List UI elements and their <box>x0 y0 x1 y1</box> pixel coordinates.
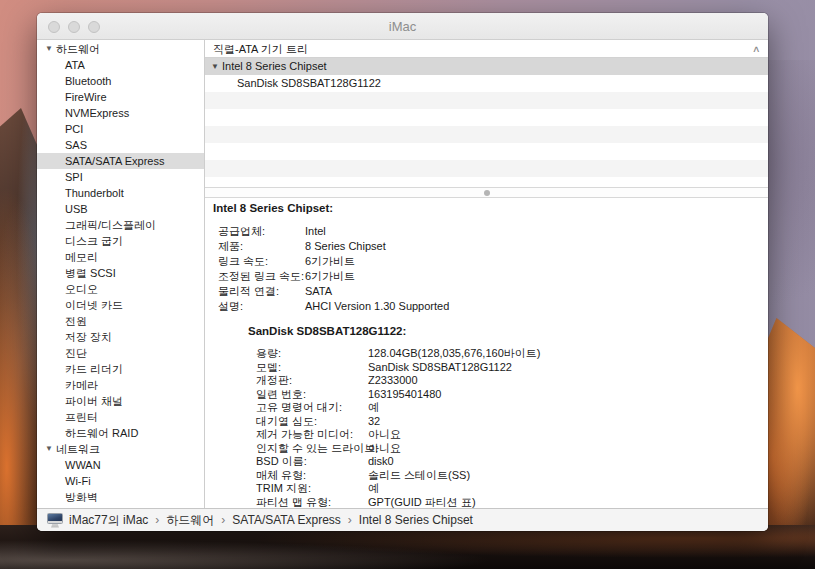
sidebar-item[interactable]: 프린터 <box>37 409 204 425</box>
sidebar-item[interactable]: 하드웨어 RAID <box>37 425 204 441</box>
sidebar-item-label: Thunderbolt <box>65 187 124 199</box>
sidebar-item[interactable]: NVMExpress <box>37 105 204 121</box>
sidebar-item[interactable]: PCI <box>37 121 204 137</box>
detail-value: 163195401480 <box>368 388 441 402</box>
detail-row: 인지할 수 있는 드라이브:아니요 <box>256 442 768 456</box>
sidebar-item-label: PCI <box>65 123 83 135</box>
sidebar-item[interactable]: FireWire <box>37 89 204 105</box>
tree-row-label: SanDisk SD8SBAT128G1122 <box>237 77 381 89</box>
window-title: iMac <box>37 13 768 40</box>
detail-section: Intel 8 Series Chipset:공급업체:Intel제품:8 Se… <box>205 202 768 314</box>
detail-value: 솔리드 스테이트(SS) <box>368 469 470 483</box>
detail-value: 128.04GB(128,035,676,160바이트) <box>368 347 540 361</box>
detail-value: Z2333000 <box>368 374 418 388</box>
sidebar-item-label: 카드 리더기 <box>65 363 123 375</box>
sidebar-item[interactable]: SPI <box>37 169 204 185</box>
sidebar-item-label: Bluetooth <box>65 75 111 87</box>
detail-section: SanDisk SD8SBAT128G1122:용량:128.04GB(128,… <box>205 325 768 508</box>
sidebar-item-label: 방화벽 <box>65 491 98 503</box>
disclosure-triangle-icon: ▼ <box>45 41 56 57</box>
sidebar-item[interactable]: SATA/SATA Express <box>37 153 204 169</box>
detail-row: 일련 번호:163195401480 <box>256 388 768 402</box>
sidebar-item[interactable]: 오디오 <box>37 281 204 297</box>
sidebar-item[interactable]: USB <box>37 201 204 217</box>
detail-row: TRIM 지원:예 <box>256 482 768 496</box>
sidebar-item-label: SPI <box>65 171 83 183</box>
sidebar-item[interactable]: 그래픽/디스플레이 <box>37 217 204 233</box>
sidebar-item-label: 하드웨어 RAID <box>65 427 138 439</box>
detail-key: 용량: <box>256 347 368 361</box>
sidebar-section-label: 하드웨어 <box>56 43 100 55</box>
sidebar-item-label: WWAN <box>65 459 101 471</box>
detail-row: 설명:AHCI Version 1.30 Supported <box>218 299 768 314</box>
detail-key: 물리적 연결: <box>218 284 305 299</box>
detail-value: 6기가비트 <box>305 269 355 284</box>
sidebar-item[interactable]: Thunderbolt <box>37 185 204 201</box>
detail-key: 개정판: <box>256 374 368 388</box>
sidebar-section[interactable]: ▼네트워크 <box>37 441 204 457</box>
sidebar-item[interactable]: 카드 리더기 <box>37 361 204 377</box>
sidebar-item-label: 진단 <box>65 347 87 359</box>
disclosure-triangle-icon: ▼ <box>45 441 56 457</box>
tree-row[interactable]: SanDisk SD8SBAT128G1122 <box>205 75 768 92</box>
detail-row: 모델:SanDisk SD8SBAT128G1122 <box>256 361 768 375</box>
breadcrumb-separator: › <box>348 513 352 527</box>
desktop-wallpaper: iMac ▼하드웨어ATABluetoothFireWireNVMExpress… <box>0 0 815 569</box>
sidebar-item[interactable]: 저장 장치 <box>37 329 204 345</box>
sidebar-item-label: 오디오 <box>65 283 98 295</box>
sidebar-item-label: 디스크 굽기 <box>65 235 123 247</box>
window-content: ▼하드웨어ATABluetoothFireWireNVMExpressPCISA… <box>37 40 768 508</box>
sidebar-item[interactable]: 병렬 SCSI <box>37 265 204 281</box>
breadcrumb-item[interactable]: SATA/SATA Express <box>232 513 340 527</box>
sidebar-item-label: SAS <box>65 139 87 151</box>
device-tree-header-label: 직렬-ATA 기기 트리 <box>213 40 308 58</box>
sidebar-item-label: FireWire <box>65 91 107 103</box>
breadcrumb-item[interactable]: 하드웨어 <box>166 512 214 529</box>
sidebar-item[interactable]: 진단 <box>37 345 204 361</box>
sidebar-item[interactable]: Bluetooth <box>37 73 204 89</box>
breadcrumb-separator: › <box>155 513 159 527</box>
sidebar-section[interactable]: ▼하드웨어 <box>37 41 204 57</box>
computer-icon <box>47 513 63 528</box>
detail-row: 파티션 맵 유형:GPT(GUID 파티션 표) <box>256 496 768 509</box>
pane-splitter[interactable] <box>205 187 768 198</box>
splitter-grip-icon <box>484 190 490 196</box>
tree-row[interactable]: ▼Intel 8 Series Chipset <box>205 58 768 75</box>
detail-table: 공급업체:Intel제품:8 Series Chipset링크 속도:6기가비트… <box>218 224 768 314</box>
sidebar-item-label: 이더넷 카드 <box>65 299 123 311</box>
detail-value: AHCI Version 1.30 Supported <box>305 299 449 314</box>
detail-key: 제거 가능한 미디어: <box>256 428 368 442</box>
sidebar-item[interactable]: 전원 <box>37 313 204 329</box>
sidebar-item[interactable]: 방화벽 <box>37 489 204 505</box>
sidebar-item-label: ATA <box>65 59 85 71</box>
detail-key: 링크 속도: <box>218 254 305 269</box>
sidebar-item[interactable]: 디스크 굽기 <box>37 233 204 249</box>
detail-value: 아니요 <box>368 442 401 456</box>
detail-row: 용량:128.04GB(128,035,676,160바이트) <box>256 347 768 361</box>
detail-row: 링크 속도:6기가비트 <box>218 254 768 269</box>
detail-row: 공급업체:Intel <box>218 224 768 239</box>
sidebar-item[interactable]: WWAN <box>37 457 204 473</box>
sidebar-item[interactable]: 파이버 채널 <box>37 393 204 409</box>
window-titlebar[interactable]: iMac <box>37 13 768 40</box>
sidebar-item[interactable]: 메모리 <box>37 249 204 265</box>
sidebar-item[interactable]: 이더넷 카드 <box>37 297 204 313</box>
sidebar-item[interactable]: Wi-Fi <box>37 473 204 489</box>
device-tree-header[interactable]: 직렬-ATA 기기 트리 ∧ <box>205 40 768 58</box>
detail-value: 예 <box>368 482 379 496</box>
breadcrumb-item[interactable]: iMac77의 iMac <box>69 512 148 529</box>
detail-key: 매체 유형: <box>256 469 368 483</box>
detail-value: SanDisk SD8SBAT128G1122 <box>368 361 512 375</box>
sidebar-item[interactable]: 카메라 <box>37 377 204 393</box>
detail-key: 일련 번호: <box>256 388 368 402</box>
sidebar-item[interactable]: ATA <box>37 57 204 73</box>
breadcrumb-item[interactable]: Intel 8 Series Chipset <box>359 513 473 527</box>
disclosure-triangle-icon: ▼ <box>211 58 222 75</box>
sidebar-item-label: SATA/SATA Express <box>65 155 164 167</box>
sidebar-item[interactable]: SAS <box>37 137 204 153</box>
detail-row: 제거 가능한 미디어:아니요 <box>256 428 768 442</box>
sidebar-item-label: 병렬 SCSI <box>65 267 116 279</box>
detail-value: 6기가비트 <box>305 254 355 269</box>
sidebar-item-label: 카메라 <box>65 379 98 391</box>
sidebar-section-label: 네트워크 <box>56 443 100 455</box>
